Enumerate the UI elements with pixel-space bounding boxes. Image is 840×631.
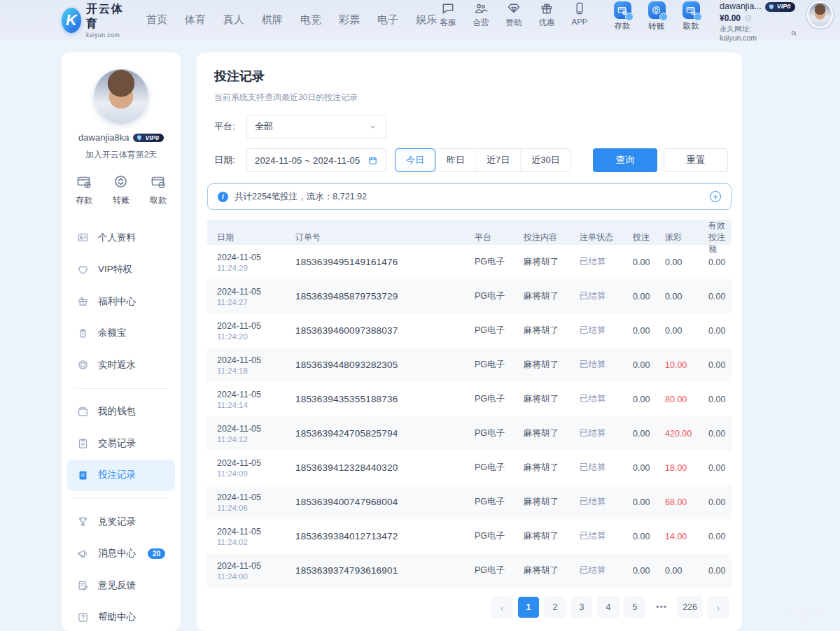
header-link-diamond[interactable]: 赞助 [503, 1, 525, 28]
header-link-phone[interactable]: APP [568, 1, 591, 28]
user-info-block[interactable]: dawanjia... VIP0 ¥0.00 永久网址: kaiyun.com [720, 1, 797, 43]
sidebar-item-pot[interactable]: 余额宝 [67, 318, 175, 350]
bet-time: 11:24:29 [217, 264, 295, 272]
sidebar-deposit-button[interactable]: 存款 [76, 173, 92, 206]
search-icon[interactable] [790, 29, 798, 37]
quick-action-label: 存款 [76, 194, 92, 206]
sidebar-item-help[interactable]: 帮助中心 [67, 602, 175, 631]
sidebar-item-rebate[interactable]: 实时返水 [67, 349, 175, 381]
next-page-button[interactable]: › [708, 597, 729, 618]
cell-payout: 14.00 [665, 532, 708, 541]
unread-count-badge: 20 [148, 548, 165, 559]
page-button-1[interactable]: 1 [518, 597, 539, 618]
header-transfer-button[interactable]: 转账 [645, 1, 668, 31]
header-deposit-button[interactable]: 存款 [610, 1, 634, 31]
sidebar-item-trade[interactable]: 交易记录 [67, 427, 175, 460]
cell-bet-content: 麻将胡了 [524, 565, 580, 576]
column-header-3: 平台 [475, 232, 524, 243]
nav-item-8[interactable]: 娱乐 [416, 13, 437, 27]
username: dawanjia... [720, 1, 762, 13]
header-link-people[interactable]: 合营 [470, 1, 492, 28]
nav-item-4[interactable]: 棋牌 [262, 13, 283, 27]
range-button-近7日[interactable]: 近7日 [475, 149, 520, 171]
expand-summary-icon[interactable]: + [710, 191, 721, 202]
reset-button[interactable]: 重置 [664, 148, 728, 172]
cell-date: 2024-11-0511:24:18 [217, 355, 295, 375]
cell-valid-amount: 0.00 [708, 429, 732, 439]
profile-icon [77, 232, 89, 243]
profile-avatar[interactable] [94, 69, 148, 124]
cell-bet-content: 麻将胡了 [524, 290, 580, 302]
phone-icon [573, 1, 587, 15]
nav-item-1[interactable]: 首页 [146, 13, 167, 27]
page-ellipsis: ••• [651, 597, 672, 618]
cell-bet-amount: 0.00 [633, 395, 665, 404]
sidebar-withdraw-button[interactable]: 取款 [150, 173, 167, 206]
user-avatar[interactable] [807, 1, 833, 28]
cell-bet-content: 麻将胡了 [524, 393, 580, 405]
cell-platform: PG电子 [475, 530, 524, 542]
withdraw-icon [150, 173, 167, 190]
page-button-5[interactable]: 5 [624, 597, 645, 618]
table-header-row: 日期订单号平台投注内容注单状态投注派彩有效投注额 [207, 220, 732, 245]
sidebar-item-welfare[interactable]: 福利中心 [67, 285, 175, 318]
cell-date: 2024-11-0511:24:02 [217, 527, 295, 546]
range-button-昨日[interactable]: 昨日 [435, 149, 475, 171]
sidebar-item-message[interactable]: 消息中心20 [67, 538, 175, 570]
bet-date: 2024-11-05 [217, 253, 295, 262]
table-row: 2024-11-0511:24:181853639448093282305PG电… [207, 348, 732, 382]
sidebar-item-wallet[interactable]: 我的钱包 [67, 396, 175, 428]
brand-logo[interactable]: K 开云体育 kaiyun.com [62, 2, 125, 38]
header-link-gift[interactable]: 优惠 [536, 1, 558, 28]
profile-vip-badge: VIP0 [133, 134, 164, 142]
range-button-今日[interactable]: 今日 [395, 148, 435, 172]
top-header: K 开云体育 kaiyun.com 首页体育真人棋牌电竞彩票电子娱乐 客服合营赞… [0, 0, 840, 40]
brand-domain: kaiyun.com [86, 31, 125, 38]
nav-item-7[interactable]: 电子 [377, 13, 398, 27]
sidebar-item-bet[interactable]: 投注记录 [67, 460, 175, 492]
cell-platform: PG电子 [475, 256, 524, 268]
prev-page-button[interactable]: ‹ [491, 597, 512, 618]
bet-time: 11:24:18 [217, 367, 295, 375]
sidebar-item-profile[interactable]: 个人资料 [67, 222, 175, 254]
cell-date: 2024-11-0511:24:06 [217, 492, 295, 512]
nav-item-3[interactable]: 真人 [223, 13, 244, 27]
header-withdraw-button[interactable]: 取款 [679, 1, 703, 31]
feedback-icon [77, 579, 89, 591]
cell-order-number: 1853639435355188736 [295, 394, 475, 404]
header-link-chat[interactable]: 客服 [437, 1, 459, 28]
cell-payout: 68.00 [665, 497, 708, 507]
cell-payout: 10.00 [665, 360, 708, 370]
cell-payout: 0.00 [665, 326, 708, 336]
sidebar-item-prize[interactable]: 兑奖记录 [67, 506, 175, 538]
brand-logo-icon: K [62, 8, 81, 33]
cell-bet-amount: 0.00 [633, 463, 665, 473]
platform-select[interactable]: 全部 [246, 115, 386, 139]
diamond-icon [507, 1, 521, 15]
cell-valid-amount: 0.00 [708, 395, 732, 404]
date-range-input[interactable]: 2024-11-05 ~ 2024-11-05 [246, 148, 386, 172]
sidebar-transfer-button[interactable]: 转账 [113, 173, 130, 206]
cell-valid-amount: 0.00 [708, 566, 732, 576]
page-button-4[interactable]: 4 [598, 597, 619, 618]
bet-time: 11:24:09 [217, 469, 295, 478]
table-row: 2024-11-0511:24:201853639460097388037PG电… [207, 313, 732, 348]
page-button-226[interactable]: 226 [678, 597, 702, 618]
cell-status: 已结算 [580, 290, 633, 302]
deposit-icon [614, 1, 631, 19]
page-button-3[interactable]: 3 [571, 597, 592, 618]
bet-date: 2024-11-05 [217, 424, 295, 434]
nav-item-6[interactable]: 彩票 [339, 13, 360, 27]
cell-order-number: 1853639400747968004 [295, 497, 475, 507]
sidebar-item-label: 兑奖记录 [98, 516, 136, 528]
range-button-近30日[interactable]: 近30日 [520, 149, 570, 171]
sidebar-item-feedback[interactable]: 意见反馈 [67, 569, 175, 602]
page-title: 投注记录 [214, 68, 732, 85]
search-button[interactable]: 查询 [593, 148, 657, 172]
nav-item-5[interactable]: 电竞 [300, 13, 321, 27]
page-button-2[interactable]: 2 [545, 597, 566, 618]
refresh-balance-icon[interactable] [744, 14, 752, 22]
cell-bet-amount: 0.00 [633, 497, 665, 507]
sidebar-item-vip[interactable]: VIP特权 [67, 254, 175, 286]
nav-item-2[interactable]: 体育 [185, 13, 206, 27]
